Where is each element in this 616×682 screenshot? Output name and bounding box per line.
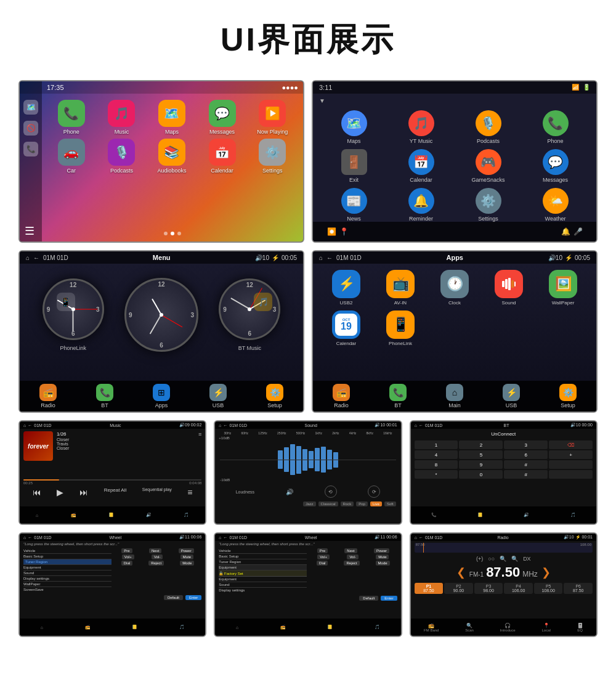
factory-tuner[interactable]: Tuner Region: [219, 559, 307, 565]
carplay-app-music[interactable]: 🎵 Music: [99, 100, 145, 135]
factory-vehicle[interactable]: Vehicle: [219, 548, 307, 554]
factory-enter[interactable]: Enter: [381, 596, 397, 601]
carplay-app-audiobooks[interactable]: 📚 Audiobooks: [148, 139, 195, 174]
jazz-btn[interactable]: Jazz: [303, 501, 315, 506]
key-2[interactable]: 2: [459, 440, 503, 449]
next-btn-w[interactable]: Next: [149, 548, 161, 553]
carplay-app-nowplaying[interactable]: ▶️ Now Playing: [249, 100, 296, 135]
default-btn[interactable]: Default: [164, 595, 183, 600]
app-wallpaper[interactable]: 🖼️ WallPaper: [538, 270, 588, 306]
menu-tuner[interactable]: Tuner Region: [23, 559, 111, 565]
app-phonelink[interactable]: 📱 PhoneLink: [376, 311, 425, 346]
app-sound[interactable]: Sound: [484, 270, 533, 306]
menu-vehicle[interactable]: Vehicle: [23, 548, 111, 554]
key-4[interactable]: 4: [415, 450, 458, 459]
mode-btn[interactable]: Mode: [180, 561, 194, 566]
setup-btn[interactable]: ⚙️ Setup: [266, 384, 283, 408]
android-app-exit[interactable]: 🚪 Exit: [323, 149, 385, 183]
band-btn[interactable]: 📻 FM Band: [424, 623, 439, 632]
factory-basic[interactable]: Basic Setup: [219, 554, 307, 559]
factory-power[interactable]: Power: [374, 548, 389, 553]
vol-down-btn[interactable]: Vol-: [152, 554, 163, 559]
android-app-settings[interactable]: ⚙️ Settings: [457, 188, 519, 222]
app-clock[interactable]: 🕐 Clock: [430, 270, 479, 306]
next-btn[interactable]: ⏭: [79, 487, 88, 497]
factory-display[interactable]: Display settings: [219, 588, 307, 593]
mute-btn[interactable]: Mute: [180, 554, 193, 559]
eq-btn[interactable]: 🎚️ EQ: [577, 623, 583, 632]
rock-btn[interactable]: Rock: [341, 501, 354, 506]
menu-wallpaper[interactable]: WallPaper: [23, 582, 111, 587]
android-app-calendar[interactable]: 📅 Calendar: [390, 149, 452, 183]
factory-next[interactable]: Next: [344, 548, 357, 553]
preset-p2[interactable]: P2 90.00: [444, 583, 473, 594]
factory-mode[interactable]: Mode: [376, 561, 390, 566]
apps-btn[interactable]: ⊞ Apps: [153, 384, 170, 408]
soft-btn[interactable]: Soft: [384, 501, 396, 506]
carplay-app-podcasts[interactable]: 🎙️ Podcasts: [99, 139, 145, 174]
radio-prev-btn[interactable]: ❮: [456, 566, 466, 579]
preset-p3[interactable]: P3 98.00: [474, 583, 503, 594]
key-plus[interactable]: +: [549, 450, 593, 459]
menu-equipment[interactable]: Equipment: [23, 565, 111, 570]
dial-btn[interactable]: Dial: [121, 561, 132, 566]
play-btn[interactable]: ▶: [57, 487, 63, 497]
key-9[interactable]: #: [504, 460, 548, 469]
radio-btn[interactable]: 📻 Radio: [39, 384, 57, 408]
key-0[interactable]: 0: [459, 470, 503, 479]
menu-sound[interactable]: Sound: [23, 570, 111, 576]
key-8[interactable]: 9: [459, 460, 503, 469]
key-6[interactable]: 6: [504, 450, 548, 459]
android-app-podcasts[interactable]: 🎙️ Podcasts: [457, 110, 519, 144]
factory-vol-up[interactable]: Vol+: [317, 554, 330, 559]
key-del[interactable]: ⌫: [549, 440, 593, 449]
usb-btn[interactable]: ⚡ USB: [209, 384, 227, 408]
key-7[interactable]: 8: [415, 460, 458, 469]
repeat-btn[interactable]: Repeat All: [104, 487, 126, 497]
carplay-app-settings[interactable]: ⚙️ Settings: [249, 139, 296, 174]
android-app-phone[interactable]: 📞 Phone: [524, 110, 586, 144]
android-app-messages[interactable]: 💬 Messages: [524, 149, 586, 183]
preset-p1[interactable]: P1 87.50: [415, 583, 444, 594]
android-app-maps[interactable]: 🗺️ Maps: [323, 110, 385, 144]
list-btn[interactable]: ≡: [187, 487, 192, 497]
factory-pre[interactable]: Pre: [317, 548, 328, 553]
factory-dial[interactable]: Dial: [317, 561, 328, 566]
carplay-app-calendar[interactable]: 📅 Calendar: [199, 139, 246, 174]
setup-btn-apps[interactable]: ⚙️ Setup: [559, 384, 577, 408]
key-star[interactable]: *: [415, 470, 458, 479]
preset-p5[interactable]: P5 108.00: [534, 583, 563, 594]
android-app-weather[interactable]: 🌤️ Weather: [524, 188, 586, 222]
power-btn[interactable]: Power: [179, 548, 194, 553]
carplay-app-maps[interactable]: 🗺️ Maps: [148, 100, 195, 135]
key-1[interactable]: 1: [415, 440, 458, 449]
pop-btn[interactable]: Pop: [356, 501, 368, 506]
key-5[interactable]: 5: [459, 450, 503, 459]
preset-p6[interactable]: P6 87.50: [564, 583, 593, 594]
menu-display[interactable]: Display settings: [23, 576, 111, 582]
menu-basic[interactable]: Basic Setup: [23, 554, 111, 559]
factory-mute[interactable]: Mute: [376, 554, 389, 559]
prev-btn[interactable]: ⏮: [33, 487, 41, 497]
scan-btn[interactable]: 🔍 Scan: [465, 623, 474, 632]
app-calendar-apps[interactable]: OCT 19 Calendar: [322, 311, 371, 346]
usb-btn-apps[interactable]: ⚡ USB: [503, 384, 520, 408]
carplay-app-messages[interactable]: 💬 Messages: [199, 100, 246, 135]
factory-default[interactable]: Default: [359, 596, 378, 601]
key-3[interactable]: 3: [504, 440, 548, 449]
android-app-ytmusic[interactable]: 🎵 YT Music: [390, 110, 452, 144]
bt-btn-apps[interactable]: 📞 BT: [389, 384, 407, 408]
radio-btn-apps[interactable]: 📻 Radio: [333, 384, 350, 408]
factory-equip2[interactable]: Equipment: [219, 577, 307, 582]
factory-equipment[interactable]: Equipment: [219, 565, 307, 570]
carplay-app-car[interactable]: 🚗 Car: [48, 139, 95, 174]
factory-vol-down[interactable]: Vol-: [347, 554, 358, 559]
radio-next-btn[interactable]: ❯: [541, 566, 551, 579]
classical-btn[interactable]: Classical: [318, 501, 338, 506]
bt-btn[interactable]: 📞 BT: [96, 384, 113, 408]
android-app-news[interactable]: 📰 News: [323, 188, 385, 222]
preset-p4[interactable]: P4 106.00: [504, 583, 533, 594]
pre-btn[interactable]: Pre: [121, 548, 132, 553]
app-avin[interactable]: 📺 AV-IN: [376, 270, 425, 306]
factory-set[interactable]: 🔒 Factory Set: [219, 570, 307, 577]
